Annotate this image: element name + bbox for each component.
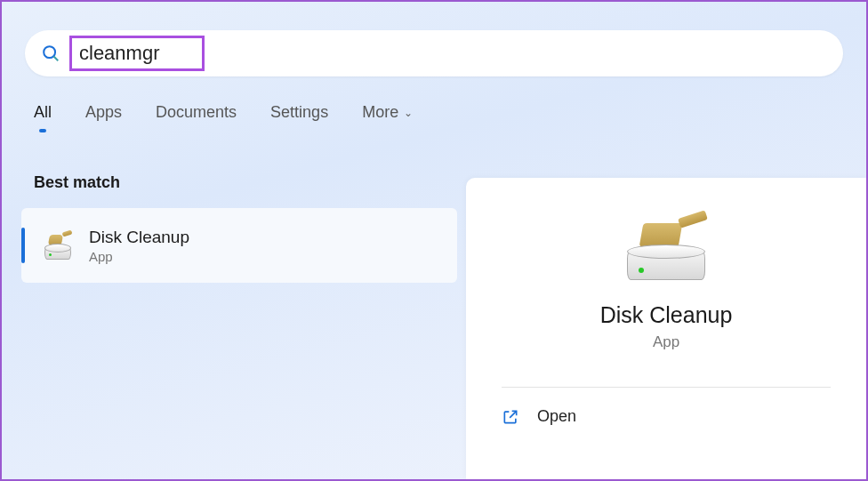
tab-more[interactable]: More ⌄ — [362, 103, 413, 122]
result-subtitle: App — [89, 249, 189, 264]
tab-all[interactable]: All — [34, 103, 52, 122]
result-title: Disk Cleanup — [89, 228, 189, 247]
search-result-disk-cleanup[interactable]: Disk Cleanup App — [21, 208, 457, 283]
result-text: Disk Cleanup App — [89, 228, 189, 264]
detail-panel: Disk Cleanup App Open — [466, 178, 866, 479]
open-label: Open — [537, 407, 576, 426]
selection-accent — [21, 228, 25, 263]
search-icon — [41, 44, 60, 63]
tab-apps[interactable]: Apps — [85, 103, 122, 122]
search-input[interactable]: cleanmgr — [69, 36, 205, 71]
tab-documents[interactable]: Documents — [156, 103, 237, 122]
divider — [502, 387, 831, 388]
tab-more-label: More — [362, 103, 398, 122]
search-bar-container: cleanmgr — [25, 30, 843, 76]
open-external-icon — [502, 408, 519, 426]
search-bar[interactable]: cleanmgr — [25, 30, 843, 76]
open-action[interactable]: Open — [502, 404, 831, 429]
disk-cleanup-icon — [43, 230, 73, 261]
filter-tabs: All Apps Documents Settings More ⌄ — [34, 103, 866, 122]
chevron-down-icon: ⌄ — [404, 107, 413, 119]
tab-settings[interactable]: Settings — [270, 103, 328, 122]
detail-title: Disk Cleanup — [600, 302, 733, 328]
svg-point-0 — [44, 46, 55, 58]
detail-actions: Open — [502, 404, 831, 429]
disk-cleanup-icon — [622, 212, 711, 283]
svg-line-1 — [53, 56, 58, 60]
detail-subtitle: App — [653, 333, 679, 351]
